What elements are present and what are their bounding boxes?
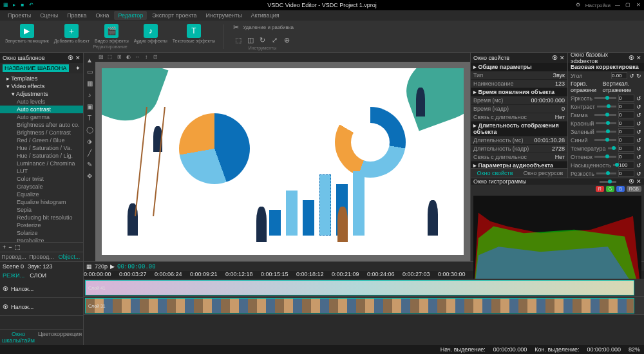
tool-icon[interactable]: ↻ (258, 35, 267, 44)
tree-item[interactable]: Luminance / Chromina (0, 160, 83, 167)
slider[interactable] (594, 97, 616, 99)
histo-channel-button[interactable]: G (606, 186, 614, 192)
tree-item[interactable]: Hue / Saturation / Va. (0, 144, 83, 152)
panel-tab[interactable]: Провод... (28, 252, 55, 261)
clip[interactable]: Слой 31 (85, 298, 634, 313)
menu-tab[interactable]: Правка (63, 11, 90, 20)
flip-v-label[interactable]: Вертикал. отражение (602, 80, 641, 93)
slider-value[interactable] (618, 103, 634, 110)
tree-tool-icon[interactable]: − (8, 244, 12, 250)
scene-label[interactable]: Scene 0 (3, 263, 24, 270)
menu-tab[interactable]: Сцены (36, 11, 62, 20)
mode-label[interactable]: РЕЖИ... (3, 272, 24, 279)
menu-tab[interactable]: Проекты (4, 11, 35, 20)
panel-tab[interactable]: Провод... (0, 252, 28, 261)
reset-icon[interactable]: ↺ (636, 112, 641, 118)
pin-icon[interactable]: ⦿ (68, 55, 73, 61)
slider-value[interactable] (618, 153, 634, 160)
slider[interactable] (608, 147, 616, 149)
tree-tool-icon[interactable]: + (3, 244, 6, 250)
tree-item[interactable]: Grayscale (0, 183, 83, 191)
slider-value[interactable] (618, 170, 634, 177)
chart-icon[interactable]: ⬗ (86, 138, 93, 145)
slider[interactable] (596, 172, 616, 174)
preview-canvas[interactable] (95, 62, 470, 261)
property-row[interactable]: Время (мс)00:00:00.000 (471, 97, 567, 105)
ribbon-button[interactable]: 🎬Видео эффекты (95, 24, 129, 43)
grid-icon[interactable]: ▦ (86, 263, 92, 270)
rotate-cw-icon[interactable]: ↻ (636, 73, 641, 79)
video-icon[interactable]: ▣ (86, 103, 93, 111)
reset-icon[interactable]: ↺ (636, 145, 641, 152)
track-label[interactable]: ⦿Налож... (0, 280, 83, 298)
close-icon[interactable]: ✕ (75, 55, 80, 61)
clip[interactable]: Слой 41 (85, 280, 634, 295)
template-tree[interactable]: ▸ Templates▾ Video effects▾ AdjustmentsA… (0, 73, 83, 242)
tree-item[interactable]: Solarize (0, 229, 83, 237)
slider[interactable] (600, 181, 616, 183)
canvas-tool-icon[interactable]: ⊞ (116, 54, 122, 61)
menu-tab[interactable]: Окна (92, 11, 113, 20)
slider-value[interactable] (618, 111, 634, 118)
close-icon[interactable]: ✕ (635, 2, 641, 8)
tree-item[interactable]: Parabolize (0, 237, 83, 242)
slider-value[interactable] (618, 136, 634, 144)
text-icon[interactable]: T (86, 115, 93, 122)
canvas-tool-icon[interactable]: ▨ (98, 54, 104, 61)
tool-icon[interactable]: ⊕ (283, 35, 292, 44)
tree-item[interactable]: Posterize (0, 221, 83, 229)
panel-tab[interactable]: Окно свойств (471, 169, 519, 178)
undo-icon[interactable]: ↶ (28, 2, 34, 8)
tree-item[interactable]: ▾ Adjustments (0, 90, 83, 98)
tree-tool-icon[interactable]: ⬚ (15, 244, 21, 250)
slider-value[interactable] (618, 128, 634, 135)
menu-tab[interactable]: Редактор (114, 11, 147, 20)
reset-icon[interactable]: ↺ (636, 162, 641, 169)
flip-h-label[interactable]: Гориз. отражени (571, 80, 600, 93)
property-row[interactable]: ТипЗвук (471, 71, 567, 80)
slider-value[interactable] (618, 145, 634, 152)
slider[interactable] (594, 139, 616, 141)
tool-label[interactable]: Удаление и разбивка (243, 24, 294, 30)
slider[interactable] (613, 164, 616, 166)
slider[interactable] (596, 131, 616, 133)
property-row[interactable]: Связь с длительносНет (471, 113, 567, 122)
tool-icon[interactable]: ◫ (246, 35, 255, 44)
histo-channel-button[interactable]: RGB (627, 186, 641, 192)
ribbon-button[interactable]: ♪Аудио эффекты (134, 24, 167, 43)
reset-icon[interactable]: ↺ (636, 154, 641, 160)
tree-item[interactable]: Hue / Saturation / Lig. (0, 152, 83, 160)
panel-tab[interactable]: Object... (55, 252, 83, 261)
slider[interactable] (596, 122, 616, 124)
close-icon[interactable]: ✕ (560, 55, 565, 61)
move-icon[interactable]: ✥ (86, 172, 93, 180)
tree-item[interactable]: Color twist (0, 175, 83, 183)
property-row[interactable]: Связь с длительносНет (471, 153, 567, 162)
property-row[interactable]: Время (кадр)0 (471, 105, 567, 113)
tree-item[interactable]: Auto contrast (0, 106, 83, 113)
pin-icon[interactable]: ⦿ (629, 178, 634, 185)
line-icon[interactable]: ╱ (86, 149, 93, 157)
menu-tab[interactable]: Активация (247, 11, 283, 20)
slider-value[interactable] (618, 162, 634, 169)
tree-item[interactable]: Brightness / Contrast (0, 129, 83, 136)
audio-icon[interactable]: ♪ (86, 91, 93, 99)
canvas-tool-icon[interactable]: ◐ (125, 54, 131, 61)
maximize-icon[interactable]: ▢ (625, 2, 631, 8)
tree-item[interactable]: Brightness after auto co. (0, 121, 83, 129)
property-row[interactable]: Длительность (кадр)2728 (471, 145, 567, 153)
property-row[interactable]: Наименование123 (471, 80, 567, 88)
tree-item[interactable]: Reducing bit resolutio (0, 214, 83, 221)
tree-item[interactable]: Sepia (0, 206, 83, 214)
slider[interactable] (597, 106, 616, 107)
tool-icon[interactable]: ⤢ (270, 35, 279, 44)
settings-label[interactable]: Настройки (585, 3, 611, 8)
canvas-tool-icon[interactable]: ↕ (143, 54, 149, 61)
audio-label[interactable]: Звук: 123 (28, 263, 52, 270)
slider-value[interactable] (618, 120, 634, 127)
reset-icon[interactable]: ↺ (636, 171, 641, 177)
canvas-tool-icon[interactable]: ⊡ (152, 54, 158, 61)
panel-tab[interactable]: Окно шкалы/тайм (0, 330, 37, 345)
histo-channel-button[interactable]: B (616, 186, 625, 192)
res-label[interactable]: 720p (95, 263, 108, 270)
